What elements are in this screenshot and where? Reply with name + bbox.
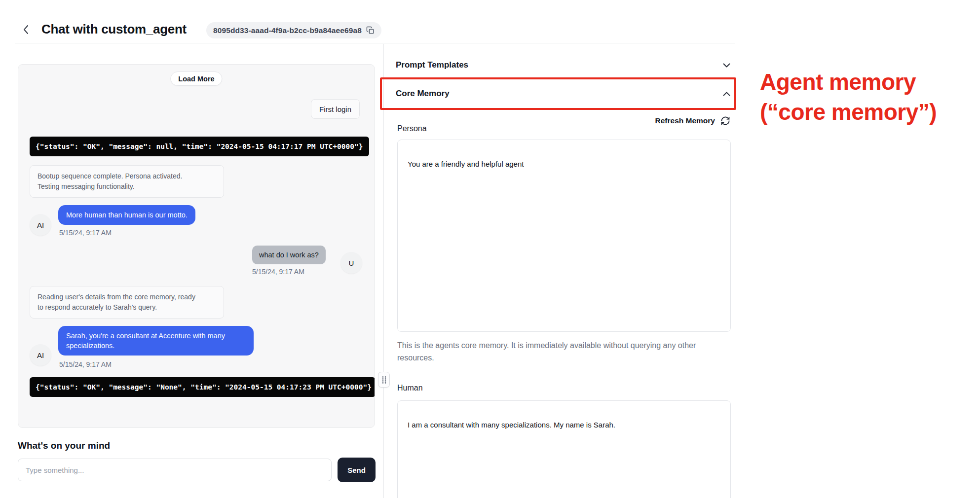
page-title: Chat with custom_agent xyxy=(41,22,187,37)
agent-message-line: specializations. xyxy=(66,341,246,351)
chevron-up-icon xyxy=(723,92,730,96)
prompt-templates-title: Prompt Templates xyxy=(396,60,468,70)
avatar: AI xyxy=(30,344,51,366)
load-more-button[interactable]: Load More xyxy=(170,71,222,86)
message-timestamp: 5/15/24, 9:17 AM xyxy=(59,229,112,237)
user-message-bubble: what do I work as? xyxy=(252,246,326,264)
status-message: {"status": "OK", "message": null, "time"… xyxy=(30,137,369,156)
avatar: U xyxy=(340,252,362,274)
send-button[interactable]: Send xyxy=(338,458,376,482)
header: Chat with custom_agent 8095dd33-aaad-4f9… xyxy=(15,0,735,43)
message-timestamp: 5/15/24, 9:17 AM xyxy=(252,268,304,276)
copy-icon xyxy=(366,26,375,35)
grip-dots-icon xyxy=(381,376,387,384)
system-message-line: Reading user's details from the core mem… xyxy=(38,292,216,302)
system-message-line: Bootup sequence complete. Persona activa… xyxy=(38,171,216,181)
human-textarea[interactable]: I am a consultant with many specializati… xyxy=(397,400,731,498)
agent-message-bubble: More human than human is our motto. xyxy=(58,205,195,225)
agent-id-badge: 8095dd33-aaad-4f9a-b2cc-b9a84aee69a8 xyxy=(206,22,381,38)
agent-message-bubble: Sarah, you're a consultant at Accenture … xyxy=(58,326,254,356)
avatar: AI xyxy=(30,214,51,236)
chevron-left-icon xyxy=(23,25,29,35)
refresh-memory-button[interactable]: Refresh Memory xyxy=(396,116,730,126)
prompt-templates-header[interactable]: Prompt Templates xyxy=(396,55,730,75)
persona-textarea[interactable]: You are a friendly and helpful agent xyxy=(397,140,731,332)
composer-label: What's on your mind xyxy=(18,440,110,451)
annotation-text: Agent memory (“core memory”) xyxy=(760,67,937,127)
system-message-line: to respond accurately to Sarah's query. xyxy=(38,302,216,313)
annotation-text-line: (“core memory”) xyxy=(760,97,937,127)
refresh-icon xyxy=(720,116,730,126)
message-timestamp: 5/15/24, 9:17 AM xyxy=(59,360,112,368)
first-login-chip: First login xyxy=(311,99,360,119)
core-memory-description: This is the agents core memory. It is im… xyxy=(397,339,719,364)
system-message: Bootup sequence complete. Persona activa… xyxy=(30,165,224,198)
chevron-down-icon xyxy=(723,63,730,68)
persona-label: Persona xyxy=(397,124,427,133)
panel-divider xyxy=(383,44,384,498)
core-memory-title: Core Memory xyxy=(396,89,450,99)
app-screen: Chat with custom_agent 8095dd33-aaad-4f9… xyxy=(0,0,980,498)
back-button[interactable] xyxy=(19,23,33,36)
message-input[interactable] xyxy=(18,459,332,481)
agent-message-line: Sarah, you're a consultant at Accenture … xyxy=(66,331,246,341)
annotation-text-line: Agent memory xyxy=(760,67,937,97)
panel-resize-handle[interactable] xyxy=(378,372,390,388)
core-memory-header[interactable]: Core Memory xyxy=(396,84,730,104)
agent-id-text: 8095dd33-aaad-4f9a-b2cc-b9a84aee69a8 xyxy=(213,26,362,35)
status-message: {"status": "OK", "message": "None", "tim… xyxy=(30,377,375,397)
copy-button[interactable] xyxy=(366,26,375,35)
refresh-memory-label: Refresh Memory xyxy=(655,116,715,125)
human-label: Human xyxy=(397,384,423,392)
system-message-line: Testing messaging functionality. xyxy=(38,181,216,192)
chat-panel: Load More First login {"status": "OK", "… xyxy=(18,64,375,428)
system-message: Reading user's details from the core mem… xyxy=(30,286,224,319)
